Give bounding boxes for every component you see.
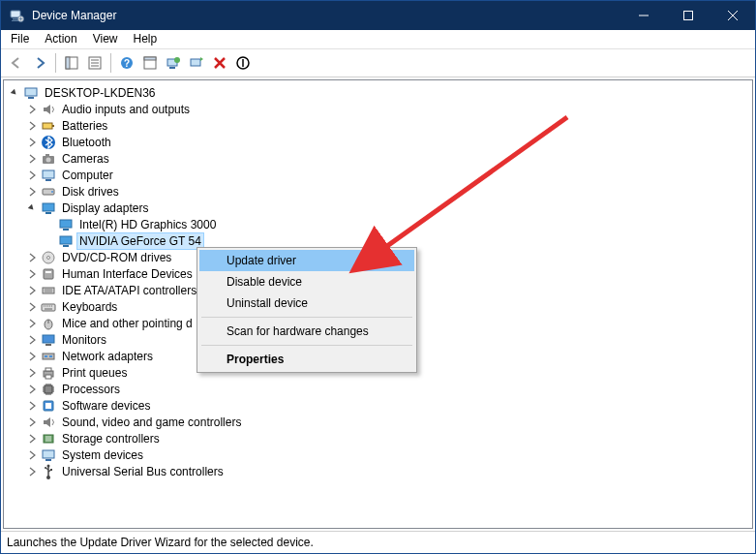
tree-item-label: Audio inputs and outputs	[60, 102, 192, 117]
chevron-right-icon[interactable]	[25, 465, 39, 478]
update-driver-button[interactable]	[162, 52, 185, 74]
chevron-right-icon[interactable]	[25, 267, 39, 281]
tree-item-usb[interactable]: Universal Serial Bus controllers	[8, 463, 752, 479]
chevron-right-icon[interactable]	[25, 350, 39, 363]
chevron-right-icon[interactable]	[25, 251, 39, 264]
properties-button[interactable]	[83, 52, 106, 74]
tree-item-audio[interactable]: Audio inputs and outputs	[8, 101, 752, 117]
svg-rect-37	[63, 245, 69, 247]
tree-root[interactable]: DESKTOP-LKDEN36	[8, 84, 752, 101]
tree-item-label: System devices	[60, 447, 145, 463]
tree-item-computer[interactable]: Computer	[8, 167, 752, 183]
uninstall-button[interactable]	[208, 52, 231, 74]
scan-hardware-button[interactable]	[185, 52, 208, 74]
svg-point-63	[46, 476, 50, 479]
chevron-right-icon[interactable]	[25, 317, 39, 330]
tree-item-label: NVIDIA GeForce GT 54	[77, 233, 203, 249]
menu-action[interactable]: Action	[37, 30, 84, 48]
svg-rect-27	[45, 154, 49, 156]
chevron-right-icon[interactable]	[25, 333, 39, 347]
context-update-driver[interactable]: Update driver	[199, 250, 414, 271]
chevron-right-icon[interactable]	[25, 399, 39, 413]
disc-icon	[41, 250, 56, 265]
chevron-right-icon[interactable]	[25, 383, 39, 396]
chevron-down-icon[interactable]	[8, 86, 21, 100]
tree-root-label: DESKTOP-LKDEN36	[43, 85, 158, 101]
svg-rect-21	[28, 97, 34, 99]
menubar: File Action View Help	[1, 30, 755, 49]
chevron-right-icon[interactable]	[25, 432, 39, 446]
chevron-right-icon[interactable]	[25, 169, 39, 182]
chevron-right-icon[interactable]	[25, 152, 39, 166]
context-uninstall-device[interactable]: Uninstall device	[199, 292, 414, 314]
menu-view[interactable]: View	[85, 30, 126, 48]
context-scan-hardware[interactable]: Scan for hardware changes	[199, 321, 414, 342]
svg-rect-28	[43, 170, 54, 178]
tree-item-label: IDE ATA/ATAPI controllers	[60, 283, 198, 298]
help-button[interactable]: ?	[115, 52, 138, 74]
chevron-right-icon[interactable]	[25, 103, 39, 116]
computer-icon	[23, 85, 39, 101]
show-hide-tree-button[interactable]	[60, 52, 83, 74]
svg-text:?: ?	[124, 58, 130, 69]
svg-rect-54	[45, 385, 52, 393]
tree-item-label: Display adapters	[60, 200, 150, 216]
forward-button[interactable]	[28, 52, 51, 74]
action-tree-button[interactable]	[138, 52, 162, 74]
no-expand-icon	[43, 218, 56, 231]
context-properties[interactable]: Properties	[199, 349, 414, 370]
context-disable-device[interactable]: Disable device	[199, 271, 414, 292]
svg-rect-18	[191, 59, 200, 66]
tree-item-sound[interactable]: Sound, video and game controllers	[8, 414, 752, 430]
toolbar: ?	[1, 49, 755, 77]
tree-item-processors[interactable]: Processors	[8, 381, 752, 397]
svg-rect-46	[43, 335, 54, 343]
device-manager-icon	[9, 8, 24, 23]
tree-item-label: Disk drives	[60, 184, 121, 200]
menu-file[interactable]: File	[3, 30, 37, 48]
tree-item-disk[interactable]: Disk drives	[8, 183, 752, 200]
tree-item-label: Batteries	[60, 118, 109, 134]
chevron-right-icon[interactable]	[25, 136, 39, 149]
svg-rect-1	[13, 18, 18, 20]
tree-item-storage[interactable]: Storage controllers	[8, 430, 752, 446]
bluetooth-icon	[41, 135, 56, 150]
chevron-right-icon[interactable]	[25, 416, 39, 429]
keyboard-icon	[41, 299, 56, 315]
tree-item-display-adapters[interactable]: Display adapters	[8, 200, 752, 216]
svg-rect-49	[45, 355, 47, 357]
disable-button[interactable]	[231, 52, 255, 74]
chevron-right-icon[interactable]	[25, 284, 39, 297]
chevron-down-icon[interactable]	[25, 201, 39, 215]
svg-rect-47	[45, 344, 51, 346]
tree-item-batteries[interactable]: Batteries	[8, 117, 752, 134]
disk-icon	[41, 184, 56, 200]
chevron-right-icon[interactable]	[25, 119, 39, 133]
svg-rect-34	[60, 220, 72, 228]
svg-rect-40	[44, 269, 53, 279]
svg-rect-36	[60, 236, 72, 244]
system-icon	[41, 447, 56, 463]
tree-item-cameras[interactable]: Cameras	[8, 150, 752, 167]
maximize-button[interactable]	[666, 1, 711, 30]
menu-help[interactable]: Help	[126, 30, 166, 48]
tree-item-intel-hd[interactable]: Intel(R) HD Graphics 3000	[8, 216, 752, 232]
tree-item-label: Human Interface Devices	[60, 266, 195, 282]
svg-rect-50	[49, 355, 52, 357]
chevron-right-icon[interactable]	[25, 366, 39, 380]
chevron-right-icon[interactable]	[25, 300, 39, 314]
tree-item-system[interactable]: System devices	[8, 446, 752, 463]
tree-item-bluetooth[interactable]: Bluetooth	[8, 134, 752, 150]
context-menu: Update driver Disable device Uninstall d…	[197, 247, 417, 373]
context-separator	[201, 345, 412, 346]
chevron-right-icon[interactable]	[25, 448, 39, 462]
minimize-button[interactable]	[621, 1, 666, 30]
back-button[interactable]	[5, 52, 28, 74]
svg-rect-62	[50, 469, 52, 471]
tree-item-software[interactable]: Software devices	[8, 397, 752, 414]
tree-item-label: Cameras	[60, 151, 111, 167]
speaker-icon	[41, 102, 56, 117]
close-button[interactable]	[711, 1, 755, 30]
chevron-right-icon[interactable]	[25, 185, 39, 199]
svg-rect-48	[43, 354, 54, 359]
